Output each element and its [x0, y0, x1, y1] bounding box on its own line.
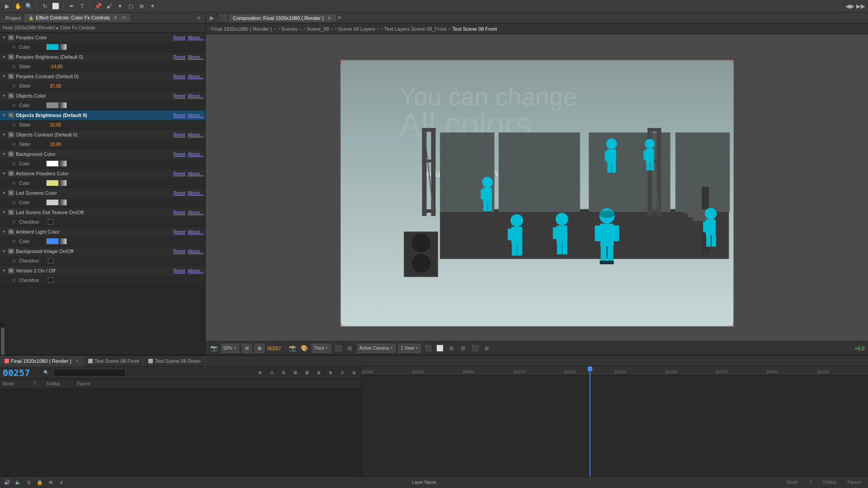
timeline-ruler-area[interactable]: 0000000025000500007500100001250015000175…	[362, 366, 868, 476]
fit-btn[interactable]: ⊞	[242, 344, 252, 353]
pin-tool-icon[interactable]: 📌	[94, 2, 103, 11]
mute-btn[interactable]: 🔈	[14, 478, 23, 487]
camera-switch-icon[interactable]: ⬛	[334, 344, 343, 353]
crumb-layers[interactable]: Scene 08 Layers	[338, 26, 376, 32]
color-picker-10-0[interactable]	[60, 238, 67, 244]
effect-reset-4[interactable]: Reset	[173, 113, 185, 118]
render-toggle-2[interactable]: ⬜	[435, 344, 444, 353]
effect-header-6[interactable]: ▼ fx Background Color Reset About...	[0, 149, 205, 159]
color-swatch-3-0[interactable]	[46, 102, 59, 108]
crumb-final[interactable]: Final 868x488 ( Render )	[212, 26, 272, 32]
transport-icon-3[interactable]: ⊛	[279, 368, 288, 377]
select-tool-icon[interactable]: ▶	[3, 2, 12, 11]
effect-header-7[interactable]: ▼ fx Airborne Powders Color Reset About.…	[0, 169, 205, 178]
slider-value-1-0[interactable]: -14,00	[50, 64, 62, 69]
effect-reset-2[interactable]: Reset	[173, 74, 185, 79]
effect-header-1[interactable]: ▼ fx Peoples Brightness (Default 0) Rese…	[0, 52, 205, 62]
effect-header-10[interactable]: ▼ fx Ambient Light Color Reset About...	[0, 227, 205, 237]
tab-composition[interactable]: Composition: Final 868x488 ( Render ) …	[229, 14, 336, 22]
color-swatch-0-0[interactable]	[46, 44, 59, 50]
effect-header-4[interactable]: ▼ fx Objects Brightness (Default 0) Rese…	[0, 110, 205, 120]
effect-reset-9[interactable]: Reset	[173, 210, 185, 215]
effect-about-11[interactable]: About...	[188, 249, 203, 254]
slider-value-5-0[interactable]: 10,00	[50, 142, 61, 147]
checkbox-11-0[interactable]	[48, 258, 53, 263]
slider-value-4-0[interactable]: 10,00	[50, 122, 61, 127]
color-swatch-6-0[interactable]	[46, 160, 59, 167]
color-picker-0-0[interactable]	[60, 44, 67, 50]
timeline-tab-text-down[interactable]: Text Scene 08 Down	[144, 356, 205, 366]
effect-reset-10[interactable]: Reset	[173, 230, 185, 235]
effect-reset-1[interactable]: Reset	[173, 55, 185, 60]
lock-btn[interactable]: 🔒	[35, 478, 44, 487]
view-mode-dropdown[interactable]: Third ▼	[311, 344, 331, 353]
timeline-tab-final[interactable]: Final 868x488 ( Render ) ✕	[0, 356, 84, 366]
render-toggle-4[interactable]: ⊞	[459, 344, 468, 353]
paint-tool-icon[interactable]: 🖌	[104, 2, 113, 11]
effect-header-5[interactable]: ▼ fx Objects Contrast (Default 0) Reset …	[0, 130, 205, 140]
effect-reset-3[interactable]: Reset	[173, 94, 185, 99]
3d-view-icon[interactable]: ⊗	[482, 344, 491, 353]
transport-icon-5[interactable]: ⊠	[302, 368, 311, 377]
crumb-scenes[interactable]: Scenes	[281, 26, 298, 32]
comp-close-btn[interactable]: ✕	[336, 15, 342, 21]
crumb-textlayers[interactable]: Text Layers Scene 08_Front	[384, 26, 447, 32]
effect-reset-5[interactable]: Reset	[173, 132, 185, 137]
render-icon[interactable]: ▶▶	[856, 2, 865, 11]
camera-dropdown[interactable]: Active Camera ▼	[357, 344, 396, 353]
view-count-dropdown[interactable]: 1 View ▼	[398, 344, 421, 353]
color-picker-8-0[interactable]	[60, 199, 67, 206]
audio-btn[interactable]: 🔊	[3, 478, 12, 487]
effect-about-3[interactable]: About...	[188, 94, 203, 99]
crumb-textscene[interactable]: Text Scene 08 Front	[453, 26, 497, 32]
effect-header-2[interactable]: ▼ fx Peoples Contrast (Default 0) Reset …	[0, 71, 205, 81]
transport-icon-7[interactable]: ⊕	[326, 368, 335, 377]
stamp-tool-icon[interactable]: ✦	[115, 2, 124, 11]
color-picker-3-0[interactable]	[60, 102, 67, 108]
transport-icon-1[interactable]: ⊕	[255, 368, 264, 377]
effect-about-9[interactable]: About...	[188, 210, 203, 215]
effect-header-11[interactable]: ▼ fx Background Image On/Off Reset About…	[0, 246, 205, 256]
solo-btn[interactable]: S	[24, 478, 33, 487]
panel-scrollbar[interactable]	[0, 323, 5, 355]
effect-about-10[interactable]: About...	[188, 230, 203, 235]
color-swatch-10-0[interactable]	[46, 238, 59, 244]
effect-reset-11[interactable]: Reset	[173, 249, 185, 254]
effect-reset-6[interactable]: Reset	[173, 152, 185, 157]
tab-close-final[interactable]: ✕	[75, 358, 79, 363]
effect-about-6[interactable]: About...	[188, 152, 203, 157]
effect-about-12[interactable]: About...	[188, 268, 203, 273]
render-toggle-1[interactable]: ⬛	[424, 344, 433, 353]
tab-effect-controls[interactable]: 🔒 Effect Controls: Color Fx Controls ▼ ✕	[25, 14, 130, 22]
fit-width-btn[interactable]: ⊠	[255, 344, 264, 353]
color-swatch-7-0[interactable]	[46, 180, 59, 186]
tab-project[interactable]: Project	[2, 14, 25, 22]
effect-reset-12[interactable]: Reset	[173, 268, 185, 273]
render-toggle-3[interactable]: ⊕	[447, 344, 456, 353]
eraser-tool-icon[interactable]: ◻	[126, 2, 135, 11]
puppet-tool-icon[interactable]: ✶	[148, 2, 157, 11]
effect-about-7[interactable]: About...	[188, 171, 203, 176]
effect-reset-7[interactable]: Reset	[173, 171, 185, 176]
quality-btn[interactable]: #	[57, 478, 66, 487]
transport-icon-8[interactable]: ⊙	[338, 368, 347, 377]
effect-header-8[interactable]: ▼ fx Led Screens Color Reset About...	[0, 188, 205, 198]
effect-header-0[interactable]: ▼ fx Peoples Color Reset About...	[0, 33, 205, 42]
color-picker-7-0[interactable]	[60, 180, 67, 186]
transport-icon-9[interactable]: ⊛	[349, 368, 359, 377]
preview-icon[interactable]: ◀▶	[845, 2, 854, 11]
transport-icon-6[interactable]: ⊗	[314, 368, 323, 377]
effect-about-5[interactable]: About...	[188, 132, 203, 137]
slider-value-2-0[interactable]: 37,00	[50, 84, 61, 89]
effect-reset-0[interactable]: Reset	[173, 35, 185, 40]
zoom-dropdown[interactable]: 50% ▼	[221, 344, 239, 353]
transport-icon-2[interactable]: ⊙	[267, 368, 276, 377]
roto-tool-icon[interactable]: ⊕	[137, 2, 146, 11]
snapshot-icon[interactable]: 📸	[288, 344, 297, 353]
rotation-tool-icon[interactable]: ↻	[40, 2, 49, 11]
pen-tool-icon[interactable]: ✒	[67, 2, 76, 11]
color-swatch-8-0[interactable]	[46, 199, 59, 206]
effect-header-12[interactable]: ▼ fx Version 2 On / Off Reset About...	[0, 266, 205, 276]
effect-about-8[interactable]: About...	[188, 191, 203, 196]
effect-about-0[interactable]: About...	[188, 35, 203, 40]
